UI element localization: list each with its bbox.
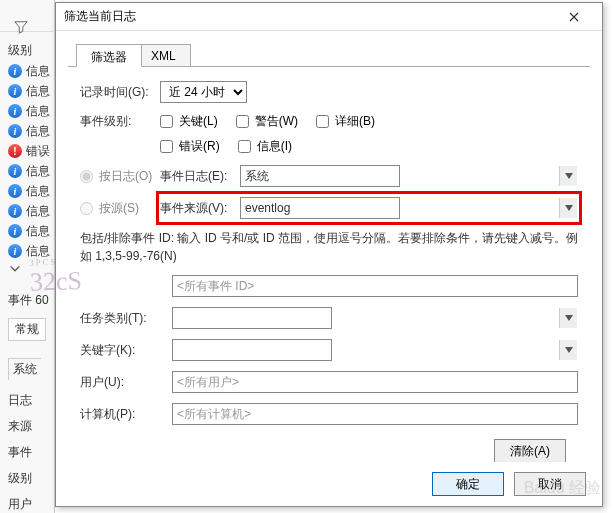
- info-icon: i: [8, 164, 22, 178]
- funnel-icon: [14, 20, 28, 34]
- check-verbose[interactable]: 详细(B): [316, 113, 375, 130]
- check-error[interactable]: 错误(R): [160, 138, 220, 155]
- keywords-select[interactable]: [172, 339, 332, 361]
- row-level: 事件级别: 关键(L) 警告(W) 详细(B) 错误(R) 信息(I): [80, 113, 578, 155]
- general-tab: 常规: [8, 318, 46, 341]
- level-header: 级别: [8, 42, 32, 59]
- label-computer: 计算机(P):: [80, 406, 172, 423]
- info-icon: i: [8, 244, 22, 258]
- chevron-down-icon: [559, 340, 577, 360]
- info-icon: i: [8, 84, 22, 98]
- bg-row-info: i信息: [8, 122, 52, 140]
- row-keywords: 关键字(K):: [80, 339, 578, 361]
- chevron-down-icon: [559, 166, 577, 186]
- bg-row-info: i信息: [8, 242, 52, 260]
- filter-form: 记录时间(G): 近 24 小时 事件级别: 关键(L) 警告(W) 详细(B): [68, 67, 590, 471]
- chevron-down-icon: [559, 198, 577, 218]
- close-button[interactable]: [554, 3, 594, 31]
- check-info[interactable]: 信息(I): [238, 138, 292, 155]
- radio-bysource[interactable]: 按源(S): [80, 200, 160, 217]
- info-icon: i: [8, 104, 22, 118]
- chevron-down-icon: [559, 308, 577, 328]
- info-icon: i: [8, 64, 22, 78]
- row-clear: 清除(A): [80, 435, 578, 463]
- check-critical[interactable]: 关键(L): [160, 113, 218, 130]
- bg-row-info: i信息: [8, 222, 52, 240]
- dialog-content: 筛选器 XML 记录时间(G): 近 24 小时 事件级别: 关键(L) 警告(…: [56, 31, 602, 483]
- tab-filter[interactable]: 筛选器: [76, 44, 142, 67]
- label-task: 任务类别(T):: [80, 310, 172, 327]
- bg-user-label: 用户: [8, 496, 32, 513]
- row-user: 用户(U):: [80, 371, 578, 393]
- row-computer: 计算机(P):: [80, 403, 578, 425]
- bg-row-info: i信息: [8, 62, 52, 80]
- row-eventid: [80, 275, 578, 297]
- clear-button[interactable]: 清除(A): [494, 439, 566, 463]
- tab-xml[interactable]: XML: [136, 44, 191, 67]
- eventid-input[interactable]: [172, 275, 578, 297]
- label-user: 用户(U):: [80, 374, 172, 391]
- sys-row: 系统: [8, 358, 41, 380]
- eventlog-select[interactable]: [240, 165, 400, 187]
- bg-row-info: i信息: [8, 162, 52, 180]
- check-warning[interactable]: 警告(W): [236, 113, 298, 130]
- background-panel: 级别 i信息 i信息 i信息 i信息 !错误 i信息 i信息 i信息 i信息 i…: [0, 0, 55, 513]
- time-select[interactable]: 近 24 小时: [160, 81, 247, 103]
- label-eventlog: 事件日志(E):: [160, 168, 240, 185]
- dialog-footer: 确定 取消: [56, 462, 602, 506]
- close-icon: [569, 12, 579, 22]
- bg-row-info: i信息: [8, 202, 52, 220]
- info-icon: i: [8, 184, 22, 198]
- error-icon: !: [8, 144, 22, 158]
- label-keywords: 关键字(K):: [80, 342, 172, 359]
- cancel-button[interactable]: 取消: [514, 472, 586, 496]
- row-bysource: 按源(S) 事件来源(V):: [80, 197, 578, 219]
- row-time: 记录时间(G): 近 24 小时: [80, 81, 578, 103]
- computer-input[interactable]: [172, 403, 578, 425]
- bg-log-label: 日志: [8, 392, 32, 409]
- bg-level-label: 级别: [8, 470, 32, 487]
- bg-row-info: i信息: [8, 182, 52, 200]
- task-select[interactable]: [172, 307, 332, 329]
- label-eventsource: 事件来源(V):: [160, 200, 240, 217]
- eventid-hint: 包括/排除事件 ID: 输入 ID 号和/或 ID 范围，使用逗号分隔。若要排除…: [80, 229, 578, 265]
- label-level: 事件级别:: [80, 113, 160, 130]
- titlebar: 筛选当前日志: [56, 3, 602, 31]
- row-bylog: 按日志(O) 事件日志(E):: [80, 165, 578, 187]
- info-icon: i: [8, 204, 22, 218]
- radio-bylog[interactable]: 按日志(O): [80, 168, 160, 185]
- chevron-down-icon: [8, 262, 22, 276]
- ok-button[interactable]: 确定: [432, 472, 504, 496]
- bg-row-info: i信息: [8, 82, 52, 100]
- row-task: 任务类别(T):: [80, 307, 578, 329]
- dialog-title: 筛选当前日志: [64, 8, 136, 25]
- eventsource-select[interactable]: [240, 197, 400, 219]
- bg-row-error: !错误: [8, 142, 52, 160]
- label-time: 记录时间(G):: [80, 84, 160, 101]
- bg-row-info: i信息: [8, 102, 52, 120]
- bg-eventid-label: 事件: [8, 444, 32, 461]
- filter-dialog: 筛选当前日志 筛选器 XML 记录时间(G): 近 24 小时 事件级别:: [55, 2, 603, 507]
- event-header: 事件 60: [8, 292, 49, 309]
- tabs: 筛选器 XML: [68, 43, 590, 67]
- info-icon: i: [8, 224, 22, 238]
- bg-source-label: 来源: [8, 418, 32, 435]
- bg-toolbar: [0, 8, 55, 32]
- info-icon: i: [8, 124, 22, 138]
- user-input[interactable]: [172, 371, 578, 393]
